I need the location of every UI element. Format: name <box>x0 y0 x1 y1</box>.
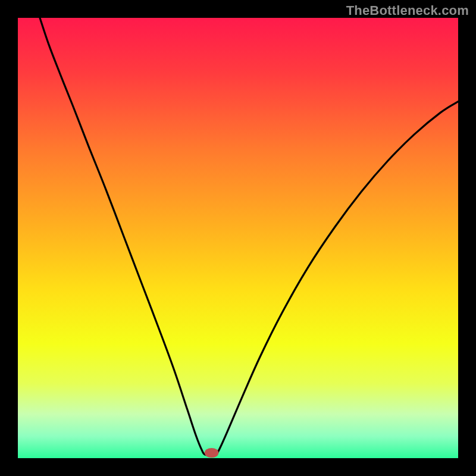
plot-background <box>18 18 458 458</box>
bottleneck-chart <box>0 0 476 476</box>
minimum-marker <box>205 448 219 458</box>
watermark-text: TheBottleneck.com <box>346 3 469 18</box>
chart-frame <box>0 0 476 476</box>
